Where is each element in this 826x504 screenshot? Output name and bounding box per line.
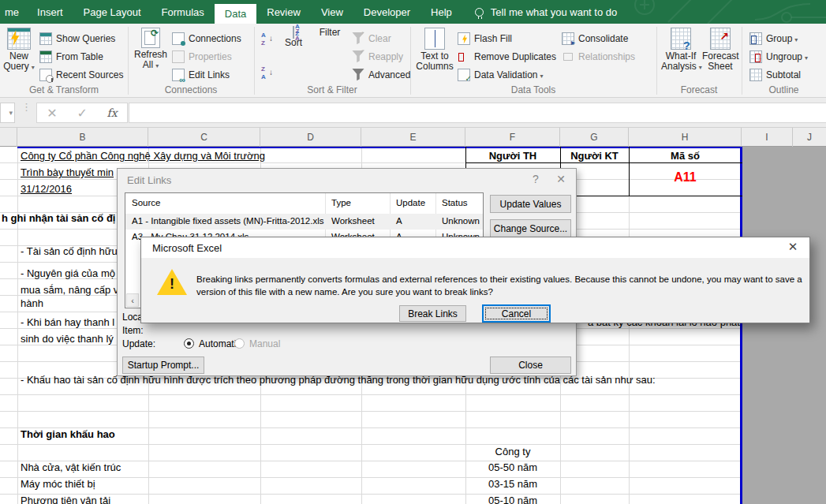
formula-bar: ▾ ⋮ ✕ ✓ fx [0,98,826,128]
group-icon [749,32,762,45]
column-header-F[interactable]: F [465,128,560,147]
ungroup-button[interactable]: Ungroup [749,48,808,65]
clear-label: Clear [368,33,391,44]
connections-button[interactable]: Connections [172,30,241,47]
formula-enter-button[interactable]: ✓ [77,106,87,121]
list-header-status[interactable]: Status [442,198,468,207]
column-header-H[interactable]: H [629,128,742,147]
update-values-button[interactable]: Update Values [490,195,571,213]
text-to-columns-label-2: Columns [415,62,454,72]
cell-sinh-do-fragment[interactable]: sinh do việc thanh lý [21,332,114,345]
cell-cong-ty[interactable]: Công ty [465,445,560,458]
data-validation-button[interactable]: Data Validation [458,66,544,83]
cell-dep-label-2[interactable]: Phương tiện vận tải [21,494,110,504]
text-to-columns-button[interactable]: Text to Columns [415,28,454,72]
cell-hanh-fragment[interactable]: hành [21,297,43,310]
forecast-sheet-button[interactable]: Forecast Sheet [702,28,738,72]
remove-duplicates-button[interactable]: Remove Duplicates [458,48,556,65]
advanced-label: Advanced [368,69,410,80]
cell-dep-value-2[interactable]: 05-10 năm [465,494,560,504]
scroll-left-button[interactable]: ‹ [126,293,139,307]
tab-developer[interactable]: Developer [353,0,420,24]
sort-button[interactable]: Sort [278,28,309,48]
startup-prompt-button[interactable]: Startup Prompt... [122,357,204,374]
cell-company-name[interactable]: Công ty Cổ phần Công nghệ Xây dựng và Mô… [21,149,265,162]
column-header-D[interactable]: D [260,128,361,147]
column-header-I[interactable]: I [742,128,793,147]
formula-cancel-button[interactable]: ✕ [47,106,57,121]
close-icon[interactable]: ✕ [552,173,570,185]
column-header-C[interactable]: C [148,128,260,147]
close-icon[interactable]: ✕ [783,240,803,256]
cell-mua-sam-fragment[interactable]: mua sắm, nâng cấp v [21,283,118,297]
consolidate-button[interactable]: Consolidate [562,30,628,47]
cell-ma-so[interactable]: Mã số [629,149,742,162]
filter-button[interactable]: Filter [312,28,347,38]
list-header-source[interactable]: Source [132,198,160,207]
data-validation-label: Data Validation [474,69,544,80]
formula-bar-handle[interactable]: ⋮ [21,104,32,110]
cell-thoi-gian-khau-hao[interactable]: Thời gian khấu hao [21,427,115,441]
column-header-J[interactable]: J [793,128,826,147]
what-if-analysis-button[interactable]: What-If Analysis [661,28,701,73]
outside-print-area [742,147,826,504]
list-header-type[interactable]: Type [331,198,351,207]
subtotal-button[interactable]: Subtotal [749,66,801,83]
edit-links-button[interactable]: Edit Links [172,66,230,83]
recent-sources-button[interactable]: Recent Sources [39,66,123,83]
tab-insert[interactable]: Insert [27,0,73,24]
cell-row2-fragment[interactable]: Trình bày thuyết min [21,166,114,179]
cell-code-a11[interactable]: A11 [629,170,742,184]
advanced-filter-button[interactable]: Advanced [352,66,410,83]
column-header-E[interactable]: E [361,128,465,147]
warning-exclamation: ! [170,276,174,293]
tab-view[interactable]: View [311,0,353,24]
tab-review[interactable]: Review [256,0,311,24]
tab-home[interactable]: me [0,0,27,24]
show-queries-button[interactable]: Show Queries [39,30,115,47]
cell-khi-ban-fragment[interactable]: - Khi bán hay thanh l [21,315,114,329]
break-links-button[interactable]: Break Links [399,305,466,322]
cell-nguoi-th[interactable]: Người TH [465,149,560,162]
cell-tscd-fragment[interactable]: - Tài sản cố định hữu [21,245,118,258]
column-header-G[interactable]: G [560,128,629,147]
flash-fill-button[interactable]: Flash Fill [458,30,512,47]
sort-desc-icon: ↓ [260,67,273,80]
remove-duplicates-label: Remove Duplicates [474,51,556,62]
list-header-update[interactable]: Update [396,198,425,207]
radio-manual[interactable] [234,338,245,349]
from-table-button[interactable]: From Table [39,48,103,65]
tab-page-layout[interactable]: Page Layout [73,0,151,24]
help-button[interactable]: ? [527,173,544,185]
sort-ascending-button[interactable]: ↓ [260,31,273,47]
name-box[interactable]: ▾ [0,103,15,123]
insert-function-button[interactable]: fx [107,106,118,119]
list-row[interactable]: A1 - Intangible fixed assets (MN)-Fritta… [125,214,483,230]
cell-dep-value-0[interactable]: 05-50 năm [465,461,560,474]
cancel-button[interactable]: Cancel [482,304,551,323]
tab-data[interactable]: Data [215,4,256,24]
cell-dep-label-0[interactable]: Nhà cửa, vật kiến trúc [21,461,121,474]
cell-ghi-nhan-fragment[interactable]: h ghi nhận tài sản cố đị [2,211,115,225]
group-button[interactable]: Group [749,30,798,47]
sort-label: Sort [278,38,309,48]
tab-help[interactable]: Help [420,0,462,24]
tab-formulas[interactable]: Formulas [151,0,215,24]
cell-nguyen-gia-fragment[interactable]: - Nguyên giá của mộ [21,267,115,280]
tell-me-search[interactable]: Tell me what you want to do [475,0,617,24]
ungroup-icon [749,50,762,63]
cell-nguoi-kt[interactable]: Người KT [560,149,629,162]
cell-dep-value-1[interactable]: 03-15 năm [465,477,560,491]
new-query-button[interactable]: New Query [2,28,36,73]
link-status: Unknown [442,216,480,226]
radio-automatic[interactable] [184,338,194,349]
sort-descending-button[interactable]: ↓ [260,65,273,81]
cell-date[interactable]: 31/12/2016 [21,182,72,196]
cell-dep-label-1[interactable]: Máy móc thiết bị [21,477,95,491]
column-header-B[interactable]: B [17,128,148,147]
close-button[interactable]: Close [490,357,571,374]
forecast-sheet-icon [710,28,731,50]
change-source-button[interactable]: Change Source... [490,219,571,237]
refresh-all-button[interactable]: Refresh All [133,28,169,71]
formula-input[interactable] [129,103,826,123]
